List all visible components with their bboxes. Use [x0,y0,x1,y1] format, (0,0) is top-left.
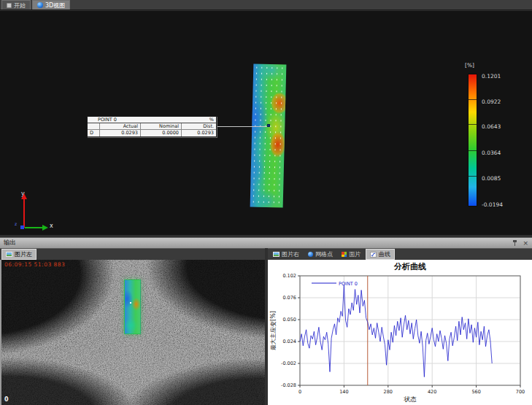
axis-x-label: x [50,223,53,229]
close-icon[interactable]: × [523,240,528,246]
grid-point-icon [308,252,313,257]
svg-text:最大主应变[%]: 最大主应变[%] [270,311,277,350]
tab-facets-label: 面片 [349,250,361,258]
axis-x-arrow-icon [42,225,48,231]
image-icon [273,252,280,257]
tab-3d-view[interactable]: 3D视图 [32,0,70,9]
tab-start[interactable]: 开始 [1,0,31,9]
colorbar-tick-label: 0.0085 [482,175,517,182]
colorbar-tick-line [469,176,477,177]
annotation-header-row: Actual Nominal Dist. [88,123,216,130]
col-nominal: Nominal [140,123,181,130]
svg-text:560: 560 [471,389,480,395]
app-window: 开始 3D视图 POINT 0 % Actual Nominal Dist. [0,0,532,405]
point0-annotation[interactable]: POINT 0 % Actual Nominal Dist. D 0.0293 … [87,116,217,137]
annotation-data-row: D 0.0293 0.0000 0.0293 [88,130,216,136]
camera-image-left[interactable]: 06:09:15 51:03 883 0 [1,260,265,405]
row-label: D [88,130,99,136]
col-actual: Actual [99,123,140,130]
right-panel-tab-bar: 图片右 网格点 面片 曲线 [268,248,532,260]
strain-overlay-2d [124,279,141,334]
strain-map-specimen[interactable] [250,63,287,207]
left-panel-tab-bar: 图片左 [0,248,265,260]
colorbar-tick-label: -0.0194 [482,201,517,208]
tab-grid-points[interactable]: 网格点 [304,249,336,260]
ribbon-tab-bar: 开始 3D视图 [0,0,532,10]
annotation-leader-line [217,126,268,127]
annotation-title: POINT 0 [98,117,117,123]
tab-curve[interactable]: 曲线 [366,249,395,260]
colorbar-tick-label: 0.0364 [482,150,517,156]
tab-image-left-label: 图片左 [15,250,32,258]
colorbar-tick-label: 0.0643 [482,123,517,130]
start-icon [7,3,12,8]
stage-number: 0 [4,396,9,403]
viewport-3d[interactable]: POINT 0 % Actual Nominal Dist. D 0.0293 … [0,11,532,235]
svg-text:140: 140 [339,389,348,395]
tab-start-label: 开始 [14,1,26,9]
colorbar-tick-line [469,99,477,100]
svg-text:POINT 0: POINT 0 [339,281,358,287]
svg-text:0.076: 0.076 [282,295,296,301]
dist-value: 0.0293 [181,130,216,136]
colorbar-tick-line [469,124,477,125]
svg-text:0.024: 0.024 [282,339,296,344]
svg-text:700: 700 [516,389,525,395]
col-dist: Dist. [181,123,216,130]
point0-marker-2d [130,302,131,304]
image-icon [6,252,12,257]
tab-grid-points-label: 网格点 [315,250,333,258]
svg-text:分析曲线: 分析曲线 [393,262,426,271]
sphere-icon [37,2,43,8]
annotation-unit: % [209,117,214,123]
pin-icon[interactable] [512,240,517,246]
analysis-curve-chart[interactable]: 0140280420560700-0.028-0.0020.0240.0500.… [268,260,532,405]
svg-text:状态: 状态 [404,396,417,403]
axis-z-label: z [15,221,17,226]
svg-text:0.050: 0.050 [282,317,296,323]
colorbar-unit: [%] [465,62,474,69]
coordinate-triad: y x z [15,190,66,234]
tab-3d-view-label: 3D视图 [45,1,65,9]
svg-text:0.102: 0.102 [282,273,296,279]
colorbar [468,74,477,207]
svg-text:420: 420 [428,389,436,395]
output-panel-titlebar: 输出 × [0,237,532,248]
svg-text:0: 0 [298,389,301,395]
curve-icon [370,252,377,258]
tab-image-right[interactable]: 图片右 [269,249,303,260]
actual-value: 0.0293 [99,130,140,136]
facets-icon [342,252,347,257]
point0-marker[interactable] [267,124,270,127]
nominal-value: 0.0000 [140,130,181,136]
svg-text:-0.028: -0.028 [281,382,296,388]
analysis-curve-panel: 0140280420560700-0.028-0.0020.0240.0500.… [268,260,532,405]
axis-y-line [23,198,25,228]
grid-points-overlay [251,65,286,207]
tab-curve-label: 曲线 [379,250,390,258]
image-timestamp: 06:09:15 51:03 883 [4,261,65,268]
colorbar-tick-label: 0.1201 [482,73,517,80]
output-panel-title: 输出 [4,239,16,247]
tab-image-right-label: 图片右 [282,250,299,258]
svg-text:-0.002: -0.002 [281,360,296,366]
tab-facets[interactable]: 面片 [338,249,364,260]
axis-x-line [25,227,42,228]
colorbar-tick-line [469,150,477,151]
tab-image-left[interactable]: 图片左 [1,249,36,260]
colorbar-tick-label: 0.0922 [482,99,517,105]
axis-z-icon [20,225,24,229]
svg-text:280: 280 [384,389,393,395]
